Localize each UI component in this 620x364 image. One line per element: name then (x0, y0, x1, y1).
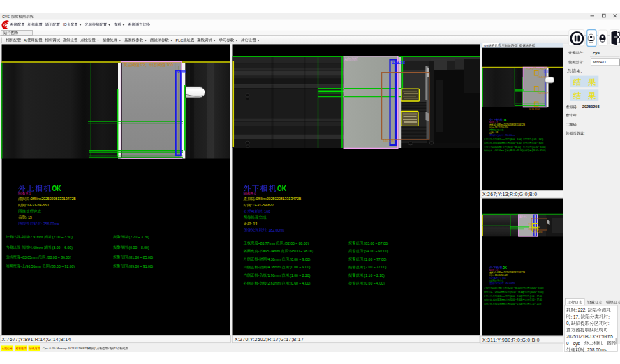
svg-text::(80.00 ~ 86.00): :(80.00 ~ 86.00) (46, 255, 71, 259)
svg-text:X:270;Y:2502;R:17;G:17;B:17: X:270;Y:2502;R:17;G:17;B:17 (235, 337, 304, 342)
svg-text:/2.91mm: /2.91mm (497, 138, 505, 141)
svg-text:-: - (20, 264, 22, 268)
svg-text:OK: OK (503, 266, 507, 270)
svg-text::(2.20 ~ 3.20): :(2.20 ~ 3.20) (531, 138, 543, 141)
svg-text::: : (584, 131, 584, 135)
svg-text:/4.60mm: /4.60mm (29, 245, 43, 250)
svg-text::93: :93 (140, 63, 145, 67)
svg-text::0ffIIinx2025020813313472B: :0ffIIinx2025020813313472B (255, 197, 302, 201)
svg-text::(83.00 ~ 87.00): :(83.00 ~ 87.00) (529, 287, 544, 289)
svg-text:-: - (492, 295, 493, 298)
svg-text:AI: AI (24, 38, 27, 43)
svg-text::(88.00 ~ 92.00): :(88.00 ~ 92.00) (509, 149, 524, 152)
svg-text::93: :93 (533, 67, 536, 70)
svg-text:/90.56mm: /90.56mm (495, 149, 504, 152)
svg-text:-: - (258, 249, 260, 253)
svg-text::0ffIIinx2025020813313472B: :0ffIIinx2025020813313472B (30, 197, 77, 201)
svg-text:NG: NG (489, 121, 492, 124)
svg-text::: : (608, 321, 610, 326)
svg-text:=83.05mm: =83.05mm (492, 146, 502, 149)
svg-text:-: - (20, 245, 22, 250)
svg-text:AI: AI (520, 215, 522, 218)
svg-text::: : (577, 113, 577, 117)
svg-text::(2.00 ~ 77.00): :(2.00 ~ 77.00) (363, 265, 387, 269)
svg-text::(94.00 ~ 97.00): :(94.00 ~ 97.00) (363, 249, 388, 253)
svg-text:=83.05mm: =83.05mm (20, 255, 37, 259)
svg-text::(81.00 ~ 85.00): :(81.00 ~ 85.00) (128, 255, 153, 259)
svg-text:-: - (258, 281, 260, 285)
svg-text::(1.10 ~ 2.10): :(1.10 ~ 2.10) (363, 273, 385, 278)
svg-text:123.88: 123.88 (392, 60, 406, 65)
svg-text::: : (582, 51, 583, 55)
svg-text:: 258.00ms: : 258.00ms (584, 347, 606, 352)
svg-text:/90.56mm: /90.56mm (25, 264, 41, 268)
svg-text:: 256.00ms: : 256.00ms (41, 222, 59, 226)
svg-text::: : (582, 60, 583, 64)
svg-text:4.38 4.38: 4.38 4.38 (533, 231, 543, 234)
svg-text:-: - (20, 235, 22, 239)
svg-text:OK: OK (503, 118, 507, 122)
svg-text::13-31-59-650: :13-31-59-650 (494, 126, 508, 129)
svg-text::(89.00 ~ 91.00): :(89.00 ~ 91.00) (531, 149, 546, 152)
svg-text:: 13: : 13 (494, 131, 499, 134)
svg-text:: 222,: : 222, (575, 308, 586, 312)
svg-text:53.88: 53.88 (544, 70, 549, 73)
svg-text::(0.00 ~ 8.00): :(0.00 ~ 8.00) (128, 245, 149, 250)
svg-text:=95.24mm: =95.24mm (495, 291, 505, 294)
svg-text:: 182.00ms: : 182.00ms (503, 282, 515, 285)
svg-text::(94.00 ~ 97.00): :(94.00 ~ 97.00) (529, 291, 544, 294)
svg-text:Cpu: 0.0% Memory: 3424.4179687: Cpu: 0.0% Memory: 3424.41796875M (43, 347, 90, 350)
svg-text:-: - (258, 265, 260, 269)
svg-text::(3.00 ~ 6.00): :(3.00 ~ 6.00) (510, 142, 522, 144)
svg-text:-: - (492, 303, 493, 305)
svg-text::(0.00 ~ 9.00): :(0.00 ~ 9.00) (289, 265, 311, 269)
svg-text:IO: IO (63, 22, 67, 26)
svg-text::(81.00 ~ 85.00): :(81.00 ~ 85.00) (531, 146, 546, 149)
svg-text::100: :100 (165, 63, 173, 67)
svg-text::: : (577, 123, 577, 127)
svg-text::: : (608, 314, 610, 319)
svg-text:NG: NG (484, 44, 489, 47)
svg-text:/4.38mm: /4.38mm (267, 265, 281, 269)
svg-text::(0.60 ~ 4.00): :(0.60 ~ 4.00) (289, 281, 311, 285)
svg-text:-: - (492, 149, 493, 152)
svg-text:AI: AI (251, 209, 255, 213)
svg-text:=95.24mm: =95.24mm (263, 249, 280, 253)
svg-text::(0.00 ~ 9.00): :(0.00 ~ 9.00) (510, 295, 522, 298)
svg-text::(2.00 ~ 77.00): :(2.00 ~ 77.00) (529, 298, 542, 301)
svg-text:4.38 4.38: 4.38 4.38 (383, 139, 394, 142)
svg-text::(82.00 ~ 88.00): :(82.00 ~ 88.00) (507, 287, 522, 289)
svg-text::13-31-59-650: :13-31-59-650 (26, 203, 49, 207)
svg-text::(82.00 ~ 88.00): :(82.00 ~ 88.00) (283, 241, 309, 245)
svg-text::: : (577, 105, 577, 109)
svg-text:: 13: : 13 (26, 215, 32, 220)
svg-text::(93.00 ~ 98.00): :(93.00 ~ 98.00) (288, 249, 313, 253)
svg-text::(80.00 ~ 86.00): :(80.00 ~ 86.00) (507, 146, 522, 149)
svg-text::(2.00 ~ 77.00): :(2.00 ~ 77.00) (363, 257, 387, 261)
svg-text:CVS-: CVS- (2, 15, 11, 19)
svg-text:Mode11: Mode11 (593, 60, 606, 64)
svg-text:0,: 0, (566, 321, 570, 326)
svg-text:/4.60mm: /4.60mm (497, 142, 505, 144)
svg-text:-: - (492, 291, 493, 294)
svg-text:: 166: : 166 (501, 277, 506, 280)
svg-text::(0.00 ~ 9.00): :(0.00 ~ 9.00) (289, 257, 311, 261)
svg-text:/1.90mm: /1.90mm (497, 303, 505, 305)
svg-text:: 182.00ms: : 182.00ms (267, 228, 285, 232)
svg-text:cys: cys (593, 51, 600, 55)
svg-text:-: - (258, 273, 260, 278)
svg-text:—: — (603, 341, 607, 346)
svg-text:OK: OK (277, 184, 286, 192)
svg-text:-: - (258, 257, 260, 261)
svg-text::(0.60 ~ 4.00): :(0.60 ~ 4.00) (363, 281, 385, 285)
svg-text::(2.00 ~ 3.50): :(2.00 ~ 3.50) (510, 138, 522, 141)
svg-text::(2.00 ~ 77.00): :(2.00 ~ 77.00) (529, 295, 542, 298)
svg-text::(1.10 ~ 2.10): :(1.10 ~ 2.10) (529, 303, 541, 305)
svg-text::(2.00 ~ 3.50): :(2.00 ~ 3.50) (51, 235, 73, 239)
svg-text:-: - (492, 138, 493, 141)
svg-text:NG: NG (18, 192, 22, 195)
svg-text::(0.00 ~ 8.00): :(0.00 ~ 8.00) (531, 142, 543, 144)
svg-text:53.88: 53.88 (177, 70, 186, 74)
svg-text:: 256.00ms: : 256.00ms (503, 134, 515, 137)
svg-text:NG: NG (489, 269, 492, 272)
